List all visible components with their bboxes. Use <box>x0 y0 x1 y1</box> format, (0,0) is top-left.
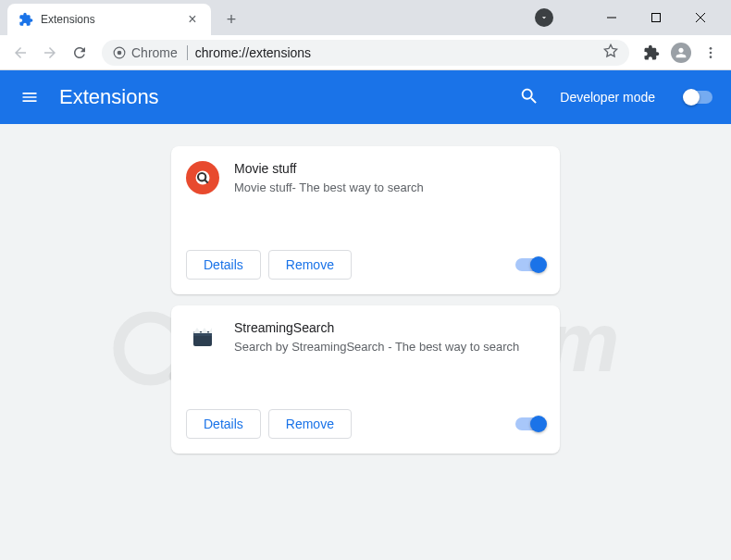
tab-title: Extensions <box>41 13 178 26</box>
menu-icon[interactable] <box>698 40 724 66</box>
svg-point-7 <box>710 51 712 54</box>
extension-enable-toggle[interactable] <box>515 258 545 271</box>
puzzle-piece-icon <box>19 12 33 27</box>
svg-point-6 <box>710 47 712 50</box>
developer-mode-label: Developer mode <box>560 90 655 105</box>
extensions-icon[interactable] <box>638 40 664 66</box>
details-button[interactable]: Details <box>186 409 261 439</box>
omnibox-source-label: Chrome <box>113 45 188 60</box>
extension-description: Movie stuff- The best way to search <box>234 180 545 196</box>
remove-button[interactable]: Remove <box>268 409 352 439</box>
extension-icon <box>186 161 219 194</box>
extension-description: Search by StreamingSearch - The best way… <box>234 339 545 355</box>
hamburger-menu-icon[interactable] <box>19 86 41 108</box>
extension-icon <box>186 320 219 354</box>
details-button[interactable]: Details <box>186 250 261 280</box>
developer-mode-toggle[interactable] <box>685 91 712 104</box>
close-tab-icon[interactable]: × <box>185 12 200 27</box>
svg-point-5 <box>118 50 122 55</box>
extension-card: Movie stuff Movie stuff- The best way to… <box>171 146 560 294</box>
window-titlebar: Extensions × + <box>0 0 731 35</box>
address-bar[interactable]: Chrome chrome://extensions <box>102 40 629 66</box>
back-button[interactable] <box>7 40 33 66</box>
browser-tab[interactable]: Extensions × <box>7 4 211 35</box>
search-icon[interactable] <box>519 86 541 108</box>
shield-icon[interactable] <box>535 8 553 27</box>
browser-toolbar: Chrome chrome://extensions <box>0 35 731 70</box>
extension-name: Movie stuff <box>234 161 545 176</box>
extension-enable-toggle[interactable] <box>515 417 545 430</box>
close-window-button[interactable] <box>687 4 714 31</box>
new-tab-button[interactable]: + <box>218 6 244 32</box>
remove-button[interactable]: Remove <box>268 250 352 280</box>
extension-card: StreamingSearch Search by StreamingSearc… <box>171 305 560 454</box>
maximize-button[interactable] <box>642 4 670 31</box>
extensions-header: Extensions Developer mode <box>0 70 731 124</box>
omnibox-prefix: Chrome <box>131 45 178 60</box>
minimize-button[interactable] <box>598 4 626 31</box>
svg-rect-1 <box>652 14 661 22</box>
content-area: pcrisk.com Movie stuff Movie stuff- The … <box>0 124 731 560</box>
window-controls <box>535 0 731 35</box>
page-title: Extensions <box>59 85 501 109</box>
svg-rect-13 <box>193 333 212 336</box>
forward-button[interactable] <box>37 40 63 66</box>
extension-name: StreamingSearch <box>234 320 545 335</box>
omnibox-url: chrome://extensions <box>195 45 596 60</box>
profile-avatar[interactable] <box>668 40 694 66</box>
star-icon[interactable] <box>603 44 618 62</box>
reload-button[interactable] <box>67 40 93 66</box>
svg-point-8 <box>710 56 712 58</box>
